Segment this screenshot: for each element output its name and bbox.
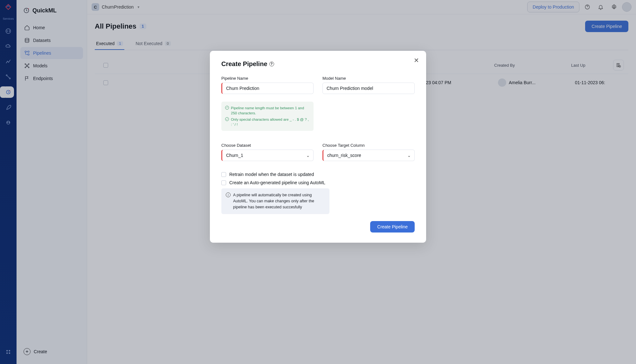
validation-rule: Only special characters allowed are _ - … (231, 117, 310, 127)
info-text: A pipeline will automatically be created… (233, 192, 325, 210)
dataset-select[interactable] (221, 150, 314, 161)
retrain-checkbox-row[interactable]: Retrain model when the dataset is update… (221, 172, 415, 177)
automl-label: Create an Auto-generated pipeline using … (229, 180, 325, 185)
validation-box: ✓Pipeline name length must be between 1 … (221, 102, 314, 131)
modal-title: Create Pipeline ? (221, 60, 415, 68)
info-box: i A pipeline will automatically be creat… (221, 188, 329, 214)
target-select[interactable] (322, 150, 415, 161)
model-name-label: Model Name (322, 76, 415, 81)
check-icon: ✓ (225, 117, 229, 121)
pipeline-name-input[interactable] (221, 83, 314, 94)
create-pipeline-modal: ✕ Create Pipeline ? Pipeline Name Model … (210, 51, 426, 243)
pipeline-name-label: Pipeline Name (221, 76, 314, 81)
modal-overlay: ✕ Create Pipeline ? Pipeline Name Model … (0, 0, 636, 364)
target-label: Choose Target Column (322, 143, 415, 148)
help-icon[interactable]: ? (269, 62, 274, 66)
model-name-input[interactable] (322, 83, 415, 94)
checkbox-icon[interactable] (221, 172, 226, 177)
info-icon: i (226, 192, 231, 197)
submit-create-pipeline-button[interactable]: Create Pipeline (370, 221, 415, 233)
check-icon: ✓ (225, 106, 229, 110)
dataset-label: Choose Dataset (221, 143, 314, 148)
validation-rule: Pipeline name length must be between 1 a… (231, 105, 310, 116)
automl-checkbox-row[interactable]: Create an Auto-generated pipeline using … (221, 180, 415, 185)
close-icon[interactable]: ✕ (414, 57, 419, 64)
checkbox-icon[interactable] (221, 180, 226, 185)
retrain-label: Retrain model when the dataset is update… (229, 172, 314, 177)
